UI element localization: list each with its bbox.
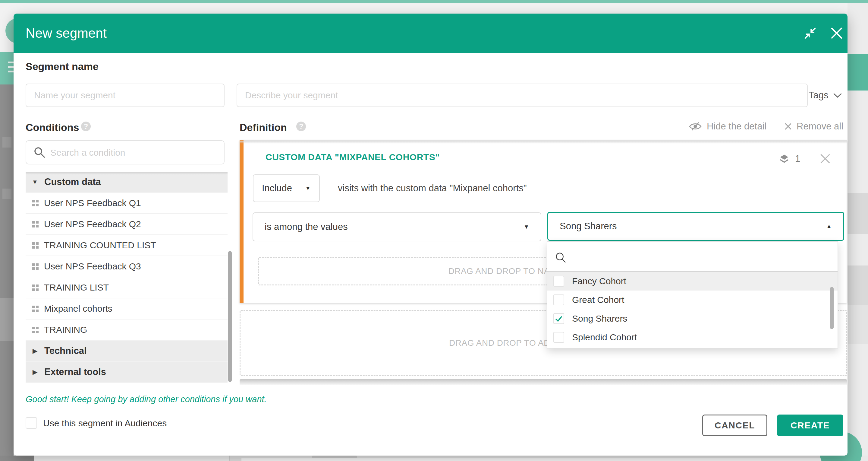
value-option-label: Great Cohort [572, 295, 624, 305]
audiences-checkbox[interactable] [26, 417, 37, 429]
create-button[interactable]: CREATE [777, 414, 843, 436]
value-dropdown-panel: Fancy CohortGreat CohortSong SharersSple… [547, 241, 838, 348]
conditions-scrollbar[interactable] [228, 251, 232, 382]
condition-item-label: User NPS Feedback Q2 [44, 219, 141, 229]
tags-dropdown[interactable]: Tags [809, 84, 848, 107]
caret-down-icon: ▼ [524, 224, 529, 230]
drag-handle-icon[interactable] [32, 221, 38, 228]
caret-right-icon [26, 347, 44, 354]
drag-handle-icon[interactable] [32, 263, 38, 270]
hint-text: Good start! Keep going by adding other c… [26, 394, 267, 404]
checkbox-icon[interactable] [553, 276, 564, 287]
condition-item-user-nps-feedback-q3[interactable]: User NPS Feedback Q3 [26, 256, 227, 277]
layers-icon [779, 153, 789, 165]
page-bottom-tab [312, 456, 357, 458]
condition-item-mixpanel-cohorts[interactable]: Mixpanel cohorts [26, 298, 227, 319]
condition-item-label: User NPS Feedback Q3 [44, 261, 141, 271]
drag-handle-icon[interactable] [32, 285, 38, 291]
list-top-shadow [26, 172, 227, 175]
condition-item-training-list[interactable]: TRAINING LIST [26, 277, 227, 298]
selected-value: Song Sharers [560, 221, 617, 232]
condition-item-user-nps-feedback-q2[interactable]: User NPS Feedback Q2 [26, 214, 227, 235]
help-icon[interactable]: ? [81, 122, 91, 131]
segment-name-input[interactable] [26, 84, 224, 107]
page-row-band [847, 193, 868, 234]
value-option-fancy-cohort[interactable]: Fancy Cohort [547, 272, 838, 291]
condition-item-label: TRAINING LIST [44, 282, 109, 293]
condition-item-label: TRAINING [44, 325, 87, 335]
condition-item-training-counted-list[interactable]: TRAINING COUNTED LIST [26, 235, 227, 256]
checkbox-icon[interactable] [553, 332, 564, 343]
value-option-splendid-cohort[interactable]: Splendid Cohort [547, 328, 838, 347]
operator-select[interactable]: is among the values ▼ [253, 212, 541, 241]
definition-label: Definition [240, 122, 287, 133]
help-icon[interactable]: ? [296, 122, 306, 131]
page-header-edge [847, 54, 868, 90]
page-top-bar [0, 0, 868, 3]
cancel-button[interactable]: CANCEL [702, 414, 767, 436]
remove-all-button[interactable]: Remove all [784, 121, 843, 132]
hide-detail-label: Hide the detail [707, 121, 767, 132]
condition-item-user-nps-feedback-q1[interactable]: User NPS Feedback Q1 [26, 193, 227, 214]
segment-description-input[interactable] [237, 84, 808, 107]
condition-group-technical[interactable]: Technical [26, 341, 227, 362]
close-icon[interactable] [829, 25, 845, 41]
condition-group-label: External tools [44, 367, 106, 377]
page-bottom-divider [229, 456, 230, 461]
condition-sentence: visits with the custom data "Mixpanel co… [338, 174, 527, 202]
operator-value: is among the values [265, 222, 348, 232]
page-bottom-square [0, 456, 34, 461]
hide-detail-button[interactable]: Hide the detail [689, 121, 767, 132]
conditions-list: Custom dataUser NPS Feedback Q1User NPS … [26, 172, 227, 383]
caret-down-icon: ▼ [305, 185, 311, 192]
condition-card-title: CUSTOM DATA "MIXPANEL COHORTS" [266, 152, 440, 162]
sidebar-active-item [0, 298, 13, 341]
caret-down-icon [26, 179, 44, 185]
condition-item-label: TRAINING COUNTED LIST [44, 240, 156, 251]
condition-group-external-tools[interactable]: External tools [26, 362, 227, 383]
condition-group-custom-data[interactable]: Custom data [26, 172, 227, 193]
checkbox-icon[interactable] [553, 294, 564, 305]
caret-up-icon: ▲ [826, 223, 832, 230]
collapse-icon[interactable] [803, 26, 818, 41]
drag-handle-icon[interactable] [32, 200, 38, 206]
drag-handle-icon[interactable] [32, 242, 38, 249]
dropdown-scrollbar[interactable] [830, 287, 834, 329]
checkbox-checked-icon[interactable] [553, 313, 564, 324]
condition-item-training[interactable]: TRAINING [26, 319, 227, 341]
condition-item-label: User NPS Feedback Q1 [44, 198, 141, 208]
x-icon [784, 122, 792, 131]
next-group-edge [240, 379, 847, 385]
value-option-label: Song Sharers [572, 314, 627, 324]
page-row-band [847, 265, 868, 305]
condition-item-label: Mixpanel cohorts [44, 304, 113, 314]
audiences-label: Use this segment in Audiences [43, 418, 167, 428]
page-bottom-left [13, 456, 229, 461]
value-select[interactable]: Song Sharers ▲ [547, 212, 844, 241]
value-option-label: Splendid Cohort [572, 332, 637, 342]
conditions-label: Conditions [26, 122, 79, 133]
remove-condition-icon[interactable] [819, 153, 831, 165]
new-segment-modal: New segment Segment name Tags [13, 13, 847, 456]
sidebar-icon [2, 137, 11, 147]
search-icon [33, 146, 45, 159]
value-option-song-sharers[interactable]: Song Sharers [547, 309, 838, 328]
value-option-label: Fancy Cohort [572, 276, 626, 286]
modal-header: New segment [13, 13, 847, 53]
value-options-list: Fancy CohortGreat CohortSong SharersSple… [547, 272, 838, 347]
condition-search-input[interactable] [50, 142, 214, 164]
drag-handle-icon[interactable] [32, 327, 38, 333]
caret-right-icon [26, 368, 44, 376]
page-bottom-card [241, 458, 846, 461]
include-dropdown[interactable]: Include ▼ [253, 174, 320, 202]
layer-count: 1 [795, 153, 800, 164]
remove-all-label: Remove all [797, 121, 843, 132]
screen: New segment Segment name Tags [0, 0, 868, 461]
page-row-band [847, 305, 868, 344]
value-option-great-cohort[interactable]: Great Cohort [547, 291, 838, 309]
drag-handle-icon[interactable] [32, 306, 38, 312]
chevron-down-icon [833, 93, 842, 98]
eye-slash-icon [689, 122, 702, 131]
condition-group-label: Technical [44, 345, 87, 356]
sidebar-icon [2, 189, 11, 199]
